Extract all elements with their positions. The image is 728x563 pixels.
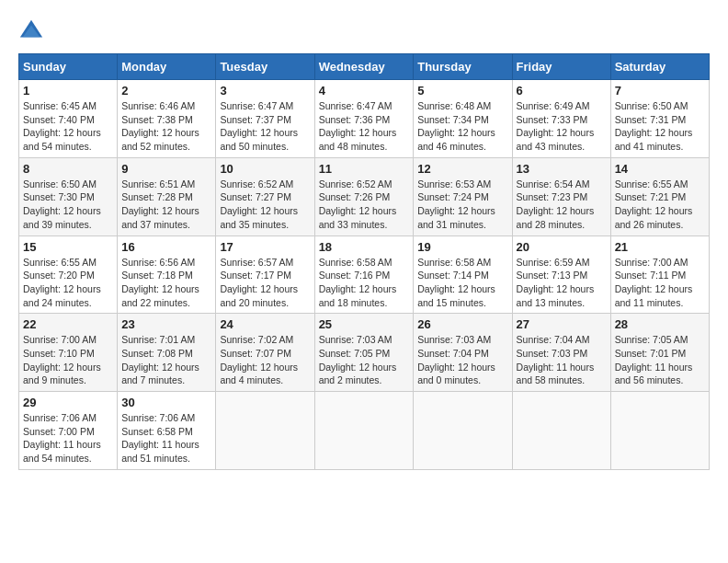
day-number: 2 xyxy=(121,84,211,98)
day-detail: Sunrise: 6:55 AMSunset: 7:21 PMDaylight:… xyxy=(615,178,693,230)
day-number: 30 xyxy=(121,396,211,409)
calendar-header: SundayMondayTuesdayWednesdayThursdayFrid… xyxy=(19,54,710,80)
calendar-week-5: 29 Sunrise: 7:06 AMSunset: 7:00 PMDaylig… xyxy=(19,392,710,470)
day-number: 1 xyxy=(23,84,113,98)
calendar-cell xyxy=(512,392,610,470)
weekday-header-sunday: Sunday xyxy=(19,54,118,80)
calendar-cell: 8 Sunrise: 6:50 AMSunset: 7:30 PMDayligh… xyxy=(19,157,118,236)
calendar-cell: 2 Sunrise: 6:46 AMSunset: 7:38 PMDayligh… xyxy=(118,80,216,158)
day-detail: Sunrise: 6:53 AMSunset: 7:24 PMDaylight:… xyxy=(417,178,495,230)
calendar-cell: 12 Sunrise: 6:53 AMSunset: 7:24 PMDaylig… xyxy=(414,157,512,236)
calendar-cell: 13 Sunrise: 6:54 AMSunset: 7:23 PMDaylig… xyxy=(512,157,610,236)
day-detail: Sunrise: 6:58 AMSunset: 7:16 PMDaylight:… xyxy=(319,257,397,308)
day-number: 4 xyxy=(319,84,410,98)
calendar-body: 1 Sunrise: 6:45 AMSunset: 7:40 PMDayligh… xyxy=(19,80,710,470)
day-detail: Sunrise: 6:46 AMSunset: 7:38 PMDaylight:… xyxy=(121,100,199,152)
calendar-week-2: 8 Sunrise: 6:50 AMSunset: 7:30 PMDayligh… xyxy=(19,157,710,236)
day-number: 17 xyxy=(220,240,310,254)
day-number: 10 xyxy=(220,162,310,176)
calendar-cell: 5 Sunrise: 6:48 AMSunset: 7:34 PMDayligh… xyxy=(414,80,512,158)
calendar-cell: 14 Sunrise: 6:55 AMSunset: 7:21 PMDaylig… xyxy=(610,157,709,236)
day-number: 18 xyxy=(319,240,410,254)
day-number: 27 xyxy=(517,317,607,331)
calendar-cell: 27 Sunrise: 7:04 AMSunset: 7:03 PMDaylig… xyxy=(512,314,610,392)
calendar-cell: 19 Sunrise: 6:58 AMSunset: 7:14 PMDaylig… xyxy=(414,236,512,314)
calendar-cell: 6 Sunrise: 6:49 AMSunset: 7:33 PMDayligh… xyxy=(512,80,610,158)
calendar-cell: 22 Sunrise: 7:00 AMSunset: 7:10 PMDaylig… xyxy=(19,314,118,392)
day-number: 11 xyxy=(319,162,410,176)
calendar-week-3: 15 Sunrise: 6:55 AMSunset: 7:20 PMDaylig… xyxy=(19,236,710,314)
day-number: 28 xyxy=(615,317,705,331)
day-detail: Sunrise: 6:51 AMSunset: 7:28 PMDaylight:… xyxy=(121,178,199,230)
day-number: 22 xyxy=(23,317,113,331)
weekday-header-saturday: Saturday xyxy=(610,54,709,80)
day-number: 12 xyxy=(417,162,507,176)
day-number: 7 xyxy=(615,84,705,98)
day-number: 26 xyxy=(417,317,507,331)
day-detail: Sunrise: 6:45 AMSunset: 7:40 PMDaylight:… xyxy=(23,100,101,152)
day-detail: Sunrise: 7:03 AMSunset: 7:04 PMDaylight:… xyxy=(417,334,495,385)
logo xyxy=(18,18,48,44)
calendar-cell: 24 Sunrise: 7:02 AMSunset: 7:07 PMDaylig… xyxy=(216,314,314,392)
calendar-cell: 21 Sunrise: 7:00 AMSunset: 7:11 PMDaylig… xyxy=(610,236,709,314)
calendar-cell: 3 Sunrise: 6:47 AMSunset: 7:37 PMDayligh… xyxy=(216,80,314,158)
calendar-cell: 29 Sunrise: 7:06 AMSunset: 7:00 PMDaylig… xyxy=(19,392,118,470)
day-detail: Sunrise: 7:01 AMSunset: 7:08 PMDaylight:… xyxy=(121,334,199,385)
day-detail: Sunrise: 6:52 AMSunset: 7:26 PMDaylight:… xyxy=(319,178,397,230)
calendar-cell: 26 Sunrise: 7:03 AMSunset: 7:04 PMDaylig… xyxy=(414,314,512,392)
weekday-header-row: SundayMondayTuesdayWednesdayThursdayFrid… xyxy=(19,54,710,80)
calendar-cell: 16 Sunrise: 6:56 AMSunset: 7:18 PMDaylig… xyxy=(118,236,216,314)
weekday-header-thursday: Thursday xyxy=(414,54,512,80)
calendar-cell: 20 Sunrise: 6:59 AMSunset: 7:13 PMDaylig… xyxy=(512,236,610,314)
day-number: 23 xyxy=(121,317,211,331)
calendar-cell: 4 Sunrise: 6:47 AMSunset: 7:36 PMDayligh… xyxy=(314,80,414,158)
calendar-cell: 23 Sunrise: 7:01 AMSunset: 7:08 PMDaylig… xyxy=(118,314,216,392)
day-detail: Sunrise: 7:02 AMSunset: 7:07 PMDaylight:… xyxy=(220,334,298,385)
day-number: 5 xyxy=(417,84,507,98)
day-number: 13 xyxy=(517,162,607,176)
calendar-cell xyxy=(414,392,512,470)
day-detail: Sunrise: 6:50 AMSunset: 7:30 PMDaylight:… xyxy=(23,178,101,230)
day-detail: Sunrise: 6:48 AMSunset: 7:34 PMDaylight:… xyxy=(417,100,495,152)
day-detail: Sunrise: 7:05 AMSunset: 7:01 PMDaylight:… xyxy=(615,334,693,385)
calendar-cell: 7 Sunrise: 6:50 AMSunset: 7:31 PMDayligh… xyxy=(610,80,709,158)
calendar-cell xyxy=(314,392,414,470)
calendar-cell: 30 Sunrise: 7:06 AMSunset: 6:58 PMDaylig… xyxy=(118,392,216,470)
calendar-cell: 17 Sunrise: 6:57 AMSunset: 7:17 PMDaylig… xyxy=(216,236,314,314)
day-number: 20 xyxy=(517,240,607,254)
day-detail: Sunrise: 7:03 AMSunset: 7:05 PMDaylight:… xyxy=(319,334,397,385)
day-number: 19 xyxy=(417,240,507,254)
day-detail: Sunrise: 7:06 AMSunset: 6:58 PMDaylight:… xyxy=(121,412,199,464)
day-detail: Sunrise: 6:52 AMSunset: 7:27 PMDaylight:… xyxy=(220,178,298,230)
calendar-cell xyxy=(610,392,709,470)
calendar-cell: 9 Sunrise: 6:51 AMSunset: 7:28 PMDayligh… xyxy=(118,157,216,236)
day-detail: Sunrise: 7:00 AMSunset: 7:11 PMDaylight:… xyxy=(615,257,693,308)
day-number: 6 xyxy=(517,84,607,98)
calendar-cell xyxy=(216,392,314,470)
page-header xyxy=(18,18,710,44)
day-detail: Sunrise: 7:06 AMSunset: 7:00 PMDaylight:… xyxy=(23,412,101,464)
calendar-cell: 28 Sunrise: 7:05 AMSunset: 7:01 PMDaylig… xyxy=(610,314,709,392)
day-detail: Sunrise: 6:56 AMSunset: 7:18 PMDaylight:… xyxy=(121,257,199,308)
calendar-cell: 15 Sunrise: 6:55 AMSunset: 7:20 PMDaylig… xyxy=(19,236,118,314)
day-number: 9 xyxy=(121,162,211,176)
day-number: 21 xyxy=(615,240,705,254)
day-number: 24 xyxy=(220,317,310,331)
day-number: 15 xyxy=(23,240,113,254)
day-detail: Sunrise: 6:47 AMSunset: 7:36 PMDaylight:… xyxy=(319,100,397,152)
day-number: 8 xyxy=(23,162,113,176)
day-detail: Sunrise: 6:55 AMSunset: 7:20 PMDaylight:… xyxy=(23,257,101,308)
day-detail: Sunrise: 6:50 AMSunset: 7:31 PMDaylight:… xyxy=(615,100,693,152)
calendar-cell: 1 Sunrise: 6:45 AMSunset: 7:40 PMDayligh… xyxy=(19,80,118,158)
calendar-cell: 11 Sunrise: 6:52 AMSunset: 7:26 PMDaylig… xyxy=(314,157,414,236)
weekday-header-monday: Monday xyxy=(118,54,216,80)
day-number: 25 xyxy=(319,317,410,331)
day-number: 14 xyxy=(615,162,705,176)
calendar-cell: 10 Sunrise: 6:52 AMSunset: 7:27 PMDaylig… xyxy=(216,157,314,236)
day-detail: Sunrise: 7:00 AMSunset: 7:10 PMDaylight:… xyxy=(23,334,101,385)
day-detail: Sunrise: 6:47 AMSunset: 7:37 PMDaylight:… xyxy=(220,100,298,152)
calendar-week-4: 22 Sunrise: 7:00 AMSunset: 7:10 PMDaylig… xyxy=(19,314,710,392)
day-number: 29 xyxy=(23,396,113,409)
day-detail: Sunrise: 6:59 AMSunset: 7:13 PMDaylight:… xyxy=(517,257,595,308)
calendar-cell: 25 Sunrise: 7:03 AMSunset: 7:05 PMDaylig… xyxy=(314,314,414,392)
